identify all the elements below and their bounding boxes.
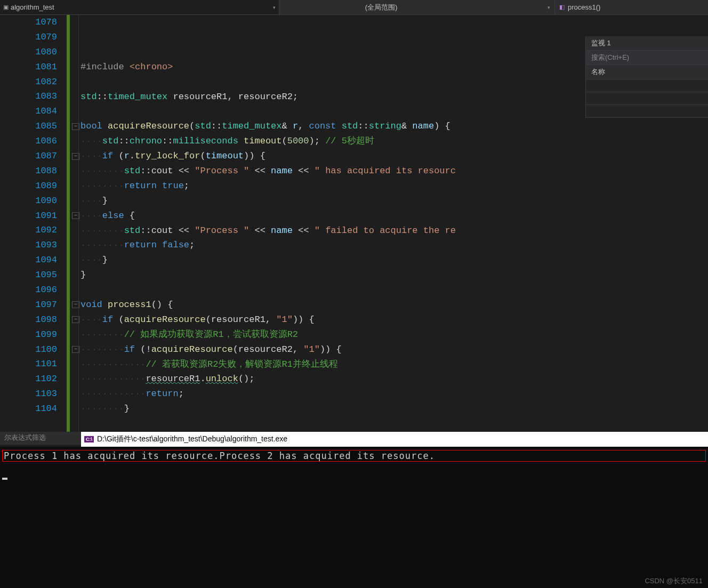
chevron-down-icon: ▾ [273,5,276,10]
line-number: 1091 [0,208,57,223]
code-line[interactable]: ········std::cout << "Process " << name … [72,223,708,238]
line-number: 1104 [0,401,57,416]
code-line[interactable]: −········if (!acquireResource(resourceR2… [72,342,708,357]
code-line[interactable]: ········/*******************************… [72,431,708,432]
code-line[interactable]: ············return; [72,386,708,401]
line-number: 1080 [0,45,57,60]
line-number: 1094 [0,253,57,268]
filter-input[interactable]: 尔表达式筛选 [0,432,81,445]
line-number: 1081 [0,60,57,75]
watch-search[interactable]: 搜索(Ctrl+E) [586,51,708,65]
watch-panel: 监视 1 搜索(Ctrl+E) 名称 [585,36,708,118]
watch-row[interactable] [586,105,708,118]
watermark: CSDN @长安0511 [645,576,703,586]
line-number: 1098 [0,312,57,327]
line-number: 1093 [0,238,57,253]
watch-row[interactable] [586,92,708,105]
code-line[interactable] [72,283,708,297]
code-line[interactable] [72,416,708,431]
code-line[interactable]: −void process1() { [72,297,708,312]
code-line[interactable]: ············// 若获取资源R2失败，解锁资源R1并终止线程 [72,357,708,372]
watch-column-name: 名称 [586,65,708,79]
console-title-bar: C:\ D:\Git插件\c-test\algorithm_test\Debug… [81,432,708,447]
console-output[interactable]: Process 1 has acquired its resource.Proc… [0,447,708,588]
code-line[interactable]: ····} [72,194,708,208]
line-number: 1082 [0,75,57,90]
method-icon: ◧ [559,4,565,11]
line-number: 1102 [0,372,57,386]
code-line[interactable]: ····std::chrono::milliseconds timeout(50… [72,134,708,149]
code-line[interactable]: ····} [72,253,708,268]
line-number: 1078 [0,15,57,30]
line-number: 1087 [0,149,57,164]
line-number: 1079 [0,30,57,45]
line-number: 1092 [0,223,57,238]
line-number: 1085 [0,119,57,134]
console-icon: C:\ [84,436,94,442]
code-line[interactable]: ········// 如果成功获取资源R1，尝试获取资源R2 [72,327,708,342]
function-label: process1() [568,3,600,11]
line-number: 1101 [0,357,57,372]
line-number: 1083 [0,89,57,104]
scope-label: (全局范围) [355,3,398,12]
line-number: 1103 [0,386,57,401]
line-number: 1097 [0,297,57,312]
project-selector[interactable]: ▣ algorithm_test ▾ [0,0,279,14]
code-line[interactable]: ············resourceR1.unlock(); [72,372,708,386]
code-line[interactable]: ········std::cout << "Process " << name … [72,164,708,179]
code-line[interactable]: ········return true; [72,179,708,194]
watch-row[interactable] [586,79,708,92]
code-line[interactable]: ········return false; [72,238,708,253]
watch-title: 监视 1 [586,36,708,51]
code-line[interactable]: } [72,268,708,283]
line-number: 1096 [0,283,57,297]
chevron-down-icon: ▾ [548,5,554,10]
function-selector[interactable]: ◧ process1() [555,0,605,14]
code-line[interactable]: ········} [72,401,708,416]
console-path: D:\Git插件\c-test\algorithm_test\Debug\alg… [97,434,287,444]
code-line[interactable]: −····if (r.try_lock_for(timeout)) { [72,149,708,164]
bottom-panel: 尔表达式筛选 C:\ D:\Git插件\c-test\algorithm_tes… [0,432,708,588]
code-line[interactable]: −bool acquireResource(std::timed_mutex& … [72,119,708,134]
line-gutter: 1078107910801081108210831084108510861087… [0,15,67,432]
line-number: 1089 [0,179,57,194]
line-number: 1086 [0,134,57,149]
line-number: 1084 [0,104,57,119]
navigation-bar: ▣ algorithm_test ▾ (全局范围) ▾ ◧ process1() [0,0,708,15]
line-number: 1095 [0,268,57,283]
project-name: algorithm_test [11,3,54,11]
code-line[interactable]: −····else { [72,208,708,223]
line-number: 1099 [0,327,57,342]
cursor-icon [2,478,7,480]
project-icon: ▣ [3,4,9,11]
code-line[interactable]: −····if (acquireResource(resourceR1, "1"… [72,312,708,327]
line-number: 1090 [0,194,57,208]
console-line: Process 1 has acquired its resource.Proc… [2,450,706,462]
line-number: 1100 [0,342,57,357]
line-number: 1088 [0,164,57,179]
scope-selector[interactable]: (全局范围) ▾ [279,0,555,14]
